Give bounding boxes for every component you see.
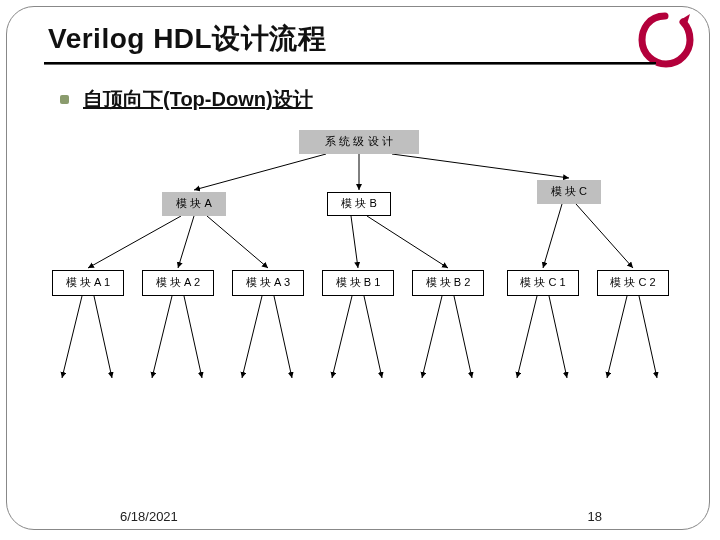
svg-line-9 (576, 204, 633, 268)
svg-line-16 (332, 296, 352, 378)
svg-line-20 (517, 296, 537, 378)
node-l1-b: 模 块 B (327, 192, 391, 216)
tree-diagram: 系 统 级 设 计 模 块 A 模 块 B 模 块 C 模 块 A 1 模 块 … (26, 120, 692, 470)
footer-page: 18 (588, 509, 602, 524)
bullet-item: 自顶向下(Top-Down)设计 (60, 86, 313, 113)
node-l2-a1: 模 块 A 1 (52, 270, 124, 296)
svg-line-8 (543, 204, 562, 268)
node-l1-c: 模 块 C (537, 180, 601, 204)
footer-date: 6/18/2021 (120, 509, 178, 524)
bullet-marker (60, 95, 69, 104)
bullet-text: 自顶向下(Top-Down)设计 (83, 86, 313, 113)
title-underline (44, 62, 656, 65)
svg-line-12 (152, 296, 172, 378)
node-l2-b1: 模 块 B 1 (322, 270, 394, 296)
svg-line-15 (274, 296, 292, 378)
svg-line-13 (184, 296, 202, 378)
node-l1-a: 模 块 A (162, 192, 226, 216)
svg-line-22 (607, 296, 627, 378)
svg-line-14 (242, 296, 262, 378)
node-l2-a2: 模 块 A 2 (142, 270, 214, 296)
svg-line-5 (207, 216, 268, 268)
svg-line-17 (364, 296, 382, 378)
node-l2-c1: 模 块 C 1 (507, 270, 579, 296)
node-l2-a3: 模 块 A 3 (232, 270, 304, 296)
slide-title: Verilog HDL设计流程 (48, 20, 326, 58)
svg-line-21 (549, 296, 567, 378)
svg-line-18 (422, 296, 442, 378)
logo (636, 10, 694, 68)
svg-line-7 (367, 216, 448, 268)
svg-line-0 (194, 154, 326, 190)
svg-line-23 (639, 296, 657, 378)
svg-line-10 (62, 296, 82, 378)
node-l2-b2: 模 块 B 2 (412, 270, 484, 296)
svg-line-6 (351, 216, 358, 268)
svg-line-19 (454, 296, 472, 378)
node-l2-c2: 模 块 C 2 (597, 270, 669, 296)
svg-line-3 (88, 216, 181, 268)
svg-line-11 (94, 296, 112, 378)
svg-line-4 (178, 216, 194, 268)
node-root: 系 统 级 设 计 (299, 130, 419, 154)
svg-line-2 (392, 154, 569, 178)
